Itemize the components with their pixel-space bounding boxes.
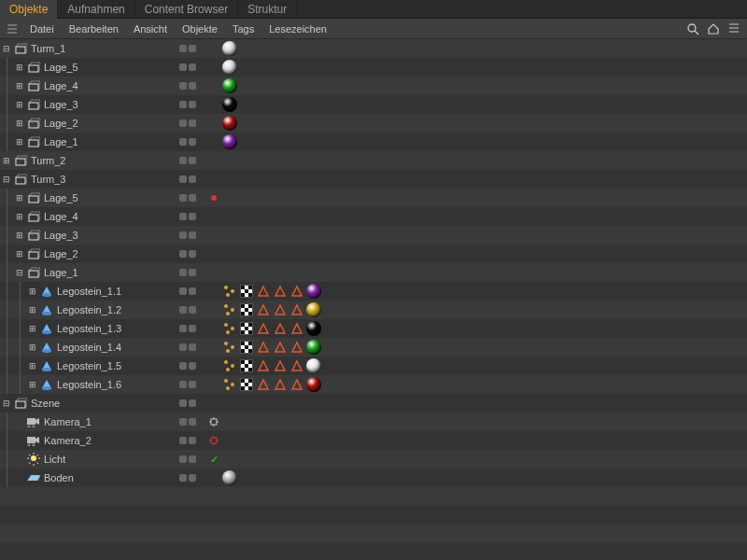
- object-row[interactable]: ⊞Lage_3: [0, 95, 747, 114]
- object-label[interactable]: Legostein_1.1: [57, 286, 121, 297]
- menu-ansicht[interactable]: Ansicht: [126, 21, 175, 36]
- dynamics-tag-icon[interactable]: [222, 284, 237, 299]
- visibility-toggle[interactable]: [177, 63, 207, 71]
- search-icon[interactable]: [685, 21, 700, 36]
- object-row[interactable]: ⊞Lage_1: [0, 133, 747, 151]
- object-row[interactable]: Kamera_2: [0, 431, 747, 450]
- visibility-toggle[interactable]: [177, 269, 207, 276]
- expand-icon[interactable]: ⊞: [14, 192, 25, 203]
- material-tag-icon[interactable]: [222, 97, 237, 112]
- visibility-toggle[interactable]: [177, 437, 207, 444]
- object-row[interactable]: Boden: [0, 469, 747, 487]
- visibility-toggle[interactable]: [177, 194, 207, 202]
- object-row[interactable]: ⊞Lage_5: [0, 189, 747, 207]
- menu-datei[interactable]: Datei: [22, 21, 62, 36]
- object-row[interactable]: ⊞Legostein_1.4: [0, 338, 747, 357]
- expand-icon[interactable]: ⊞: [14, 80, 25, 91]
- menu-bearbeiten[interactable]: Bearbeiten: [62, 21, 126, 36]
- object-row[interactable]: ⊞Lage_4: [0, 207, 747, 226]
- object-label[interactable]: Lage_2: [44, 248, 78, 259]
- home-icon[interactable]: [706, 21, 721, 36]
- collapse-icon[interactable]: ⊟: [1, 398, 12, 409]
- constraint-tag-icon[interactable]: [273, 284, 288, 299]
- object-label[interactable]: Legostein_1.2: [57, 304, 121, 315]
- viewport-target-icon[interactable]: [208, 435, 219, 446]
- object-label[interactable]: Lage_5: [44, 192, 78, 203]
- visibility-toggle[interactable]: [177, 455, 207, 463]
- expand-icon[interactable]: ⊞: [27, 286, 38, 297]
- material-tag-icon[interactable]: [306, 358, 321, 373]
- dynamics-tag-icon[interactable]: [222, 340, 237, 355]
- tab-aufnahmen[interactable]: Aufnahmen: [58, 0, 134, 19]
- object-label[interactable]: Boden: [44, 472, 74, 483]
- panel-menu-icon[interactable]: [726, 21, 741, 36]
- object-row[interactable]: ⊞Legostein_1.3: [0, 319, 747, 338]
- material-tag-icon[interactable]: [222, 134, 237, 149]
- constraint-tag-icon[interactable]: [289, 377, 304, 392]
- visibility-toggle[interactable]: [177, 250, 207, 258]
- hamburger-icon[interactable]: [6, 22, 19, 35]
- object-label[interactable]: Lage_4: [44, 80, 78, 91]
- expand-icon[interactable]: ⊞: [27, 360, 38, 371]
- object-row[interactable]: ⊞Legostein_1.2: [0, 301, 747, 319]
- compositing-tag-icon[interactable]: [239, 284, 254, 299]
- object-label[interactable]: Licht: [44, 454, 65, 465]
- object-label[interactable]: Lage_1: [44, 136, 78, 147]
- material-tag-icon[interactable]: [222, 470, 237, 485]
- constraint-tag-icon[interactable]: [256, 321, 271, 336]
- menu-tags[interactable]: Tags: [225, 21, 261, 36]
- dynamics-tag-icon[interactable]: [222, 377, 237, 392]
- visibility-toggle[interactable]: [177, 45, 207, 52]
- constraint-tag-icon[interactable]: [289, 358, 304, 373]
- visibility-toggle[interactable]: [177, 82, 207, 90]
- material-tag-icon[interactable]: [306, 377, 321, 392]
- visibility-toggle[interactable]: [177, 418, 207, 426]
- constraint-tag-icon[interactable]: [289, 321, 304, 336]
- layer-dot-icon[interactable]: [211, 195, 217, 201]
- material-tag-icon[interactable]: [222, 41, 237, 56]
- constraint-tag-icon[interactable]: [273, 358, 288, 373]
- visibility-toggle[interactable]: [177, 325, 207, 332]
- compositing-tag-icon[interactable]: [239, 302, 254, 317]
- visibility-toggle[interactable]: [177, 362, 207, 370]
- viewport-target-icon[interactable]: [208, 416, 219, 427]
- expand-icon[interactable]: ⊞: [14, 230, 25, 241]
- object-label[interactable]: Kamera_2: [44, 435, 92, 446]
- object-label[interactable]: Lage_2: [44, 118, 78, 129]
- object-label[interactable]: Lage_5: [44, 62, 78, 73]
- object-label[interactable]: Lage_4: [44, 211, 78, 222]
- collapse-icon[interactable]: ⊟: [14, 267, 25, 278]
- compositing-tag-icon[interactable]: [239, 321, 254, 336]
- visibility-toggle[interactable]: [177, 157, 207, 164]
- tab-content-browser[interactable]: Content Browser: [135, 0, 238, 19]
- object-label[interactable]: Legostein_1.5: [57, 360, 121, 371]
- object-row[interactable]: ⊞Lage_2: [0, 114, 747, 133]
- collapse-icon[interactable]: ⊟: [1, 43, 12, 54]
- object-label[interactable]: Legostein_1.4: [57, 342, 121, 353]
- constraint-tag-icon[interactable]: [289, 302, 304, 317]
- constraint-tag-icon[interactable]: [256, 377, 271, 392]
- menu-objekte[interactable]: Objekte: [175, 21, 225, 36]
- object-row[interactable]: ⊞Lage_5: [0, 58, 747, 77]
- constraint-tag-icon[interactable]: [256, 358, 271, 373]
- constraint-tag-icon[interactable]: [289, 340, 304, 355]
- material-tag-icon[interactable]: [306, 302, 321, 317]
- dynamics-tag-icon[interactable]: [222, 321, 237, 336]
- constraint-tag-icon[interactable]: [256, 302, 271, 317]
- visibility-toggle[interactable]: [177, 381, 207, 388]
- material-tag-icon[interactable]: [222, 60, 237, 75]
- object-label[interactable]: Turm_2: [31, 155, 66, 166]
- object-row[interactable]: ⊟Turm_1: [0, 39, 747, 58]
- object-label[interactable]: Lage_3: [44, 230, 78, 241]
- visibility-toggle[interactable]: [177, 287, 207, 295]
- object-row[interactable]: Licht✓: [0, 450, 747, 469]
- object-row[interactable]: ⊞Legostein_1.1: [0, 282, 747, 301]
- object-label[interactable]: Legostein_1.6: [57, 379, 121, 390]
- expand-icon[interactable]: ⊞: [14, 62, 25, 73]
- object-label[interactable]: Turm_3: [31, 174, 66, 185]
- compositing-tag-icon[interactable]: [239, 358, 254, 373]
- object-label[interactable]: Lage_1: [44, 267, 78, 278]
- compositing-tag-icon[interactable]: [239, 340, 254, 355]
- object-row[interactable]: ⊞Legostein_1.5: [0, 357, 747, 375]
- object-label[interactable]: Turm_1: [31, 43, 66, 54]
